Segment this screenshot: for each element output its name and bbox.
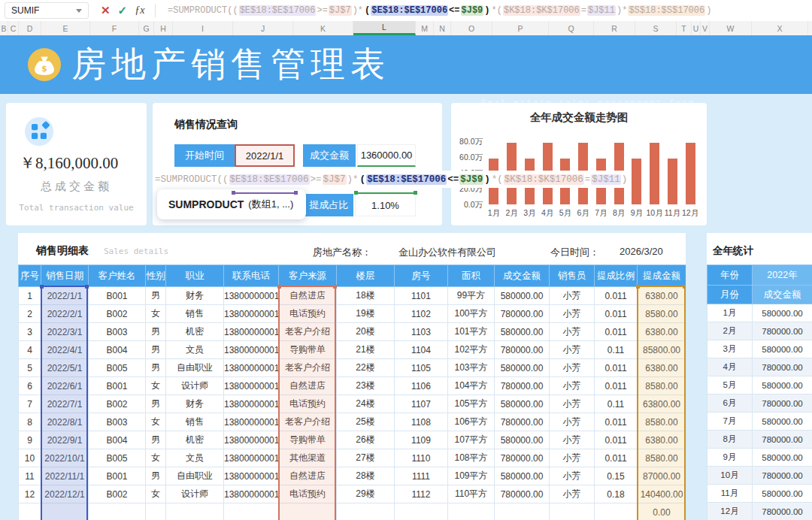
- table-cell[interactable]: 24楼: [337, 395, 395, 413]
- annual-cell[interactable]: 780000.00: [753, 322, 812, 340]
- table-cell[interactable]: 小芳: [550, 341, 595, 359]
- table-cell[interactable]: 0.011: [595, 287, 638, 305]
- table-cell[interactable]: 580000.00: [495, 395, 550, 413]
- name-box[interactable]: SUMIF: [5, 2, 89, 19]
- table-cell[interactable]: 13800000001: [224, 377, 279, 395]
- table-cell[interactable]: 设计师: [166, 377, 224, 395]
- column-header-M[interactable]: M: [416, 21, 434, 35]
- column-header-E[interactable]: E: [41, 21, 90, 35]
- table-cell[interactable]: 19楼: [337, 305, 395, 323]
- annual-cell[interactable]: 2月: [707, 322, 753, 340]
- table-cell[interactable]: 2022/7/1: [41, 395, 89, 413]
- column-header-F[interactable]: F: [90, 21, 139, 35]
- table-cell[interactable]: 780000.00: [495, 449, 550, 467]
- table-cell[interactable]: B004: [89, 431, 146, 449]
- details-column-header[interactable]: 房号: [395, 265, 448, 287]
- table-cell[interactable]: 1103: [395, 323, 448, 341]
- table-cell[interactable]: 销售: [166, 413, 224, 431]
- table-cell[interactable]: [448, 503, 495, 520]
- column-header-I[interactable]: I: [173, 21, 233, 35]
- table-cell[interactable]: 13800000001: [224, 305, 279, 323]
- table-cell[interactable]: 小芳: [550, 431, 595, 449]
- table-cell[interactable]: 文员: [166, 341, 224, 359]
- table-cell[interactable]: 导购带单: [279, 431, 337, 449]
- table-cell[interactable]: 男: [146, 287, 166, 305]
- table-cell[interactable]: 21楼: [337, 341, 395, 359]
- table-cell[interactable]: 自由职业: [166, 467, 224, 485]
- table-cell[interactable]: 1107: [395, 395, 448, 413]
- details-column-header[interactable]: 成交金额: [495, 265, 550, 287]
- cancel-icon[interactable]: ✕: [101, 4, 111, 17]
- table-cell[interactable]: 0.011: [595, 449, 638, 467]
- table-cell[interactable]: 销售: [166, 305, 224, 323]
- start-date-cell[interactable]: 2022/1/1: [235, 144, 295, 167]
- in-cell-formula-edit[interactable]: =SUMPRODUCT(($E$18:$E$17006>=$J$7)*($E$1…: [154, 171, 626, 188]
- table-cell[interactable]: B002: [89, 395, 146, 413]
- table-cell[interactable]: 老客户介绍: [279, 413, 337, 431]
- chevron-down-icon[interactable]: [76, 9, 82, 13]
- confirm-icon[interactable]: ✓: [118, 4, 128, 17]
- details-column-header[interactable]: 客户来源: [279, 265, 337, 287]
- table-cell[interactable]: 12: [19, 485, 41, 503]
- table-cell[interactable]: 107平方: [448, 431, 495, 449]
- column-header-P[interactable]: P: [492, 21, 549, 35]
- column-header-C[interactable]: C: [8, 21, 19, 35]
- table-cell[interactable]: 2022/5/1: [41, 359, 89, 377]
- table-cell[interactable]: 9: [19, 431, 41, 449]
- table-cell[interactable]: 6: [19, 377, 41, 395]
- table-cell[interactable]: 女: [146, 377, 166, 395]
- annual-cell[interactable]: 12月: [707, 503, 753, 520]
- column-header-W[interactable]: W: [710, 21, 752, 35]
- table-cell[interactable]: 110平方: [448, 485, 495, 503]
- column-header-H[interactable]: H: [154, 21, 173, 35]
- table-cell[interactable]: 7: [19, 395, 41, 413]
- table-cell[interactable]: 108平方: [448, 449, 495, 467]
- annual-header-cell[interactable]: 年份: [707, 265, 753, 286]
- column-header-U[interactable]: U: [692, 21, 701, 35]
- table-cell[interactable]: B001: [89, 287, 146, 305]
- column-header-O[interactable]: O: [451, 21, 492, 35]
- column-header-V[interactable]: V: [701, 21, 710, 35]
- table-cell[interactable]: 其他渠道: [279, 449, 337, 467]
- table-cell[interactable]: 1111: [395, 467, 448, 485]
- table-cell[interactable]: 780000.00: [495, 485, 550, 503]
- table-cell[interactable]: 580000.00: [495, 323, 550, 341]
- start-time-label[interactable]: 开始时间: [174, 144, 235, 167]
- annual-cell[interactable]: 3月: [707, 340, 753, 358]
- table-cell[interactable]: 109平方: [448, 467, 495, 485]
- commission-ratio-label[interactable]: 提成占比: [304, 194, 353, 216]
- details-column-header[interactable]: 职业: [166, 265, 224, 287]
- table-cell[interactable]: 26楼: [337, 431, 395, 449]
- table-cell[interactable]: B002: [89, 485, 146, 503]
- table-cell[interactable]: 780000.00: [495, 305, 550, 323]
- table-cell[interactable]: B005: [89, 449, 146, 467]
- table-cell[interactable]: 0.011: [595, 359, 638, 377]
- table-cell[interactable]: [89, 503, 146, 520]
- table-cell[interactable]: [279, 503, 337, 520]
- table-cell[interactable]: 13800000001: [224, 467, 279, 485]
- table-cell[interactable]: 0.18: [595, 485, 638, 503]
- table-cell[interactable]: 28楼: [337, 467, 395, 485]
- table-cell[interactable]: 男: [146, 359, 166, 377]
- table-cell[interactable]: 11: [19, 467, 41, 485]
- column-header-K[interactable]: K: [293, 21, 353, 35]
- table-cell[interactable]: 导购带单: [279, 341, 337, 359]
- table-cell[interactable]: 13800000001: [224, 359, 279, 377]
- table-cell[interactable]: 1105: [395, 359, 448, 377]
- table-cell[interactable]: 8: [19, 413, 41, 431]
- table-cell[interactable]: 小芳: [550, 287, 595, 305]
- table-cell[interactable]: 6380.00: [638, 287, 686, 305]
- table-cell[interactable]: 自由职业: [166, 359, 224, 377]
- column-header-B[interactable]: B: [0, 21, 8, 35]
- table-cell[interactable]: 小芳: [550, 359, 595, 377]
- table-cell[interactable]: 自然进店: [279, 287, 337, 305]
- table-cell[interactable]: 1: [19, 287, 41, 305]
- table-cell[interactable]: 140400.00: [638, 485, 686, 503]
- annual-cell[interactable]: 780000.00: [753, 467, 812, 485]
- annual-cell[interactable]: 580000.00: [753, 376, 812, 395]
- table-cell[interactable]: 电话预约: [279, 485, 337, 503]
- table-cell[interactable]: 8580.00: [638, 449, 686, 467]
- table-cell[interactable]: 1106: [395, 377, 448, 395]
- annual-cell[interactable]: 7月: [707, 413, 753, 431]
- annual-cell[interactable]: 6月: [707, 395, 753, 413]
